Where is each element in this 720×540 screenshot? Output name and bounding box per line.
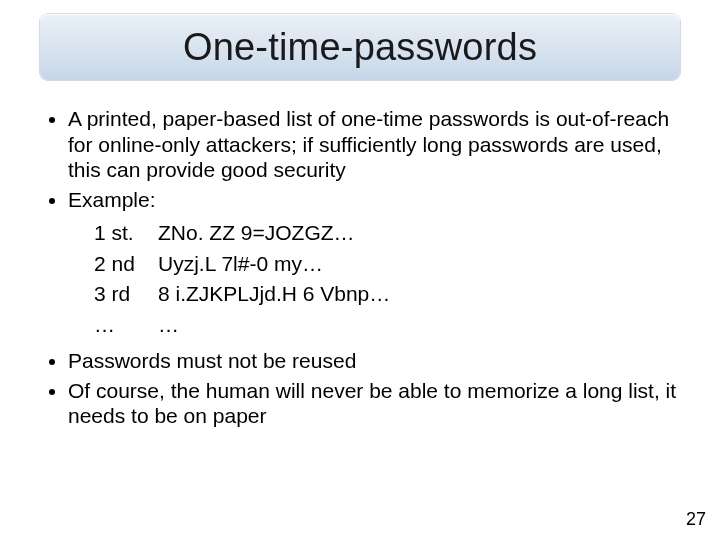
bullet-item: Example: [68, 187, 680, 213]
example-row: 2 nd Uyzj.L 7l#-0 my… [94, 249, 680, 279]
example-label: 1 st. [94, 218, 158, 248]
example-row: … … [94, 310, 680, 340]
bullet-list: A printed, paper-based list of one-time … [40, 106, 680, 212]
slide: One-time-passwords A printed, paper-base… [0, 0, 720, 540]
slide-body: A printed, paper-based list of one-time … [40, 106, 680, 500]
example-row: 1 st. ZNo. ZZ 9=JOZGZ… [94, 218, 680, 248]
bullet-list: Passwords must not be reused Of course, … [40, 348, 680, 429]
page-number: 27 [686, 509, 706, 530]
example-label: … [94, 310, 158, 340]
example-label: 2 nd [94, 249, 158, 279]
example-value: … [158, 310, 680, 340]
slide-title: One-time-passwords [183, 26, 537, 69]
example-row: 3 rd 8 i.ZJKPLJjd.H 6 Vbnp… [94, 279, 680, 309]
example-value: ZNo. ZZ 9=JOZGZ… [158, 218, 680, 248]
bullet-item: A printed, paper-based list of one-time … [68, 106, 680, 183]
example-block: 1 st. ZNo. ZZ 9=JOZGZ… 2 nd Uyzj.L 7l#-0… [94, 218, 680, 340]
example-value: Uyzj.L 7l#-0 my… [158, 249, 680, 279]
bullet-item: Of course, the human will never be able … [68, 378, 680, 429]
title-band: One-time-passwords [40, 14, 680, 80]
bullet-item: Passwords must not be reused [68, 348, 680, 374]
example-label: 3 rd [94, 279, 158, 309]
example-value: 8 i.ZJKPLJjd.H 6 Vbnp… [158, 279, 680, 309]
